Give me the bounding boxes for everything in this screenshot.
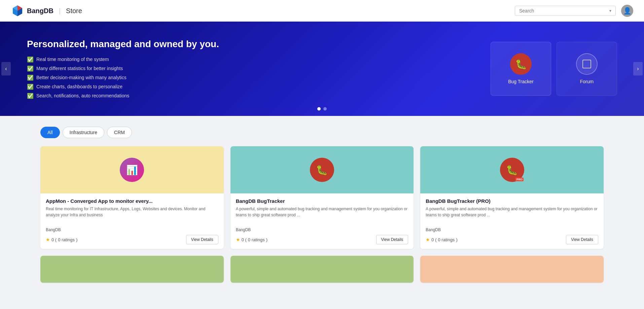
appmon-card-description: Real time monitoring for IT Infrastructu… [46, 206, 218, 224]
filter-tab-crm[interactable]: CRM [107, 127, 132, 138]
appmon-card-body: AppMon - Converged App to monitor every.… [40, 193, 224, 249]
bugtracker-card-footer: ★ 0 (0 ratings) View Details [236, 235, 408, 244]
logo-store: Store [66, 7, 82, 15]
bugtracker-pro-card-author: BangDB [426, 227, 598, 232]
svg-rect-5 [583, 60, 591, 68]
star-icon: ★ [46, 237, 50, 242]
app-card-bugtracker-pro: 🐛 PRO BangDB BugTracker (PRO) A powerful… [420, 146, 604, 249]
banner-features: ✅ Real time monitoring of the system ✅ M… [27, 56, 470, 99]
bugtracker-pro-icon: 🐛 PRO [500, 158, 524, 182]
banner-section: ‹ Personalized, managed and owned by you… [0, 22, 644, 116]
bugtracker-pro-card-footer: ★ 0 (0 ratings) View Details [426, 235, 598, 244]
bugtracker-card-body: BangDB BugTracker A powerful, simple and… [230, 193, 414, 249]
pro-badge: PRO [515, 178, 523, 181]
bugtracker-card-image: 🐛 [230, 146, 414, 193]
appmon-rating-value: 0 ( [51, 237, 57, 242]
banner-title: Personalized, managed and owned by you. [27, 39, 470, 50]
bugtracker-pro-rating-count: 0 ratings [438, 237, 455, 242]
star-icon-2: ★ [236, 237, 240, 242]
banner-next-button[interactable]: › [633, 62, 643, 75]
bugtracker-app-icon: 🐛 [510, 53, 532, 75]
logo[interactable]: BangDB | Store [11, 4, 82, 18]
check-icon-4: ✅ [27, 84, 34, 90]
chevron-right-icon: › [637, 66, 639, 72]
filter-tabs: All Infrastructure CRM [40, 127, 604, 138]
bugtracker-pro-view-details-button[interactable]: View Details [566, 235, 598, 244]
appmon-icon: 📊 [120, 158, 144, 182]
check-icon-5: ✅ [27, 93, 34, 99]
appmon-rating-count: 0 ratings [58, 237, 75, 242]
chevron-left-icon: ‹ [5, 66, 7, 72]
bugtracker-pro-card-image: 🐛 PRO [420, 146, 604, 193]
appmon-card-image: 📊 [40, 146, 224, 193]
check-icon-2: ✅ [27, 65, 34, 72]
cards-grid: 📊 AppMon - Converged App to monitor ever… [40, 146, 604, 249]
banner-apps: 🐛 Bug Tracker Forum [491, 42, 617, 96]
search-dropdown-icon[interactable]: ▾ [609, 8, 611, 13]
bugtracker-pro-card-description: A powerful, simple and automated bug tra… [426, 206, 598, 224]
bottom-card-3 [420, 256, 604, 283]
bugtracker-pro-rating-value: 0 ( [431, 237, 436, 242]
filter-tab-all[interactable]: All [40, 127, 60, 138]
app-card-appmon: 📊 AppMon - Converged App to monitor ever… [40, 146, 224, 249]
bugtracker-rating: ★ 0 (0 ratings) [236, 237, 267, 242]
bugtracker-rating-count: 0 ratings [248, 237, 265, 242]
check-icon-3: ✅ [27, 74, 34, 81]
banner-feature-3: ✅ Better decision-making with many analy… [27, 74, 470, 81]
banner-feature-4: ✅ Create charts, dashboards to personali… [27, 84, 470, 90]
bottom-card-image-3 [420, 256, 604, 283]
banner-pagination [317, 107, 327, 111]
star-icon-3: ★ [426, 237, 430, 242]
app-card-bugtracker: 🐛 BangDB BugTracker A powerful, simple a… [230, 146, 414, 249]
header: BangDB | Store ▾ 👤 [0, 0, 644, 22]
bottom-cards-grid [40, 256, 604, 283]
bugtracker-icon: 🐛 [310, 158, 334, 182]
bugtracker-card-author: BangDB [236, 227, 408, 232]
search-input[interactable] [519, 8, 609, 13]
banner-app-forum[interactable]: Forum [557, 42, 617, 96]
bottom-card-image-1 [40, 256, 224, 283]
forum-app-icon [576, 53, 598, 75]
user-avatar-icon: 👤 [623, 7, 632, 15]
filter-tab-infrastructure[interactable]: Infrastructure [63, 127, 104, 138]
appmon-view-details-button[interactable]: View Details [186, 235, 218, 244]
search-container[interactable]: ▾ [515, 6, 616, 16]
bugtracker-card-title: BangDB BugTracker [236, 198, 408, 204]
bottom-card-2 [230, 256, 414, 283]
banner-feature-1: ✅ Real time monitoring of the system [27, 56, 470, 63]
appmon-card-footer: ★ 0 (0 ratings) View Details [46, 235, 218, 244]
banner-feature-2: ✅ Many different statistics for better i… [27, 65, 470, 72]
banner-feature-5: ✅ Search, notifications, auto recommenda… [27, 93, 470, 99]
appmon-rating: ★ 0 (0 ratings) [46, 237, 77, 242]
bugtracker-pro-card-body: BangDB BugTracker (PRO) A powerful, simp… [420, 193, 604, 249]
appmon-card-author: BangDB [46, 227, 218, 232]
dot-1[interactable] [317, 107, 321, 111]
bugtracker-pro-rating: ★ 0 (0 ratings) [426, 237, 457, 242]
main-content: All Infrastructure CRM 📊 AppMon - Conver… [0, 116, 644, 293]
bottom-card-1 [40, 256, 224, 283]
bugtracker-pro-card-title: BangDB BugTracker (PRO) [426, 198, 598, 204]
bottom-card-image-2 [230, 256, 414, 283]
logo-divider: | [59, 7, 61, 15]
banner-prev-button[interactable]: ‹ [1, 62, 11, 75]
banner-app-bugtracker[interactable]: 🐛 Bug Tracker [491, 42, 551, 96]
dot-2[interactable] [323, 107, 327, 111]
bugtracker-rating-value: 0 ( [242, 237, 247, 242]
logo-text: BangDB [27, 7, 53, 15]
bangdb-logo-icon [11, 4, 24, 18]
bugtracker-app-label: Bug Tracker [508, 79, 533, 84]
avatar-button[interactable]: 👤 [621, 5, 633, 17]
forum-app-label: Forum [580, 79, 594, 84]
bugtracker-card-description: A powerful, simple and automated bug tra… [236, 206, 408, 224]
bugtracker-view-details-button[interactable]: View Details [376, 235, 408, 244]
appmon-card-title: AppMon - Converged App to monitor every.… [46, 198, 218, 204]
banner-content: Personalized, managed and owned by you. … [27, 39, 470, 99]
check-icon-1: ✅ [27, 56, 34, 63]
